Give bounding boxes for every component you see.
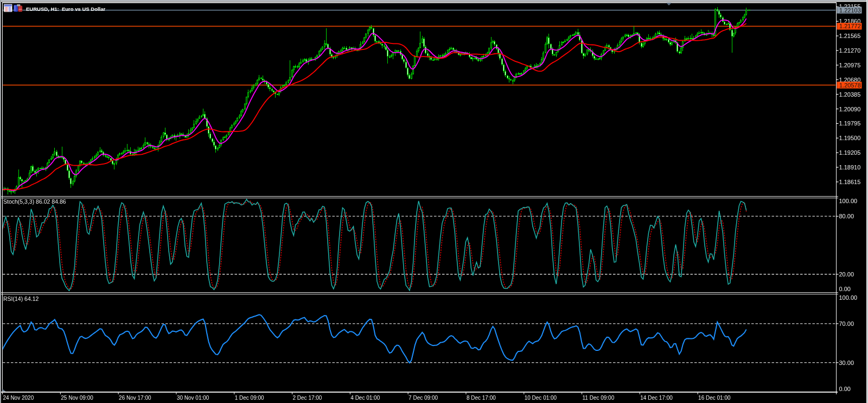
svg-text:1.19795: 1.19795 [839, 120, 861, 127]
svg-text:1.21772: 1.21772 [839, 23, 861, 29]
svg-text:80.00: 80.00 [839, 213, 854, 219]
svg-text:1.20385: 1.20385 [839, 91, 861, 98]
svg-text:4 Dec 01:00: 4 Dec 01:00 [350, 395, 380, 401]
svg-text:7 Dec 09:00: 7 Dec 09:00 [409, 395, 438, 401]
svg-text:70.00: 70.00 [839, 320, 854, 327]
svg-text:0.00: 0.00 [839, 286, 851, 292]
svg-text:1.19500: 1.19500 [839, 135, 861, 141]
svg-text:100.00: 100.00 [839, 294, 858, 301]
svg-text:RSI(14) 64.12: RSI(14) 64.12 [3, 295, 39, 302]
svg-text:1.20975: 1.20975 [839, 62, 861, 68]
svg-text:11 Dec 09:00: 11 Dec 09:00 [583, 395, 615, 401]
svg-text:Stoch(5,3,3) 86.02 84.86: Stoch(5,3,3) 86.02 84.86 [3, 198, 66, 205]
svg-text:1.20090: 1.20090 [839, 106, 861, 112]
svg-text:24 Nov 2020: 24 Nov 2020 [3, 395, 34, 401]
svg-text:1.21270: 1.21270 [839, 47, 861, 54]
svg-text:1.19205: 1.19205 [839, 149, 861, 156]
svg-text:1 Dec 09:00: 1 Dec 09:00 [235, 395, 264, 401]
svg-text:30 Nov 01:00: 30 Nov 01:00 [177, 395, 209, 401]
svg-text:1.22103: 1.22103 [839, 7, 861, 14]
svg-text:1.18615: 1.18615 [839, 179, 861, 185]
svg-text:1.18910: 1.18910 [839, 164, 861, 171]
svg-text:100.00: 100.00 [839, 198, 858, 204]
svg-text:8 Dec 17:00: 8 Dec 17:00 [467, 395, 496, 401]
svg-text:14 Dec 17:00: 14 Dec 17:00 [640, 395, 673, 401]
svg-text:16 Dec 01:00: 16 Dec 01:00 [698, 395, 731, 401]
svg-text:1.21565: 1.21565 [839, 33, 861, 39]
svg-text:EURUSD, H1: Euro vs US Dollar: EURUSD, H1: Euro vs US Dollar [26, 6, 106, 12]
svg-text:0.00: 0.00 [839, 386, 851, 392]
svg-text:1.20578: 1.20578 [839, 82, 861, 89]
svg-text:25 Nov 09:00: 25 Nov 09:00 [61, 395, 93, 401]
svg-text:30.00: 30.00 [839, 360, 854, 366]
svg-text:26 Nov 17:00: 26 Nov 17:00 [119, 395, 151, 401]
svg-text:10 Dec 01:00: 10 Dec 01:00 [525, 395, 557, 401]
svg-text:20.00: 20.00 [839, 271, 854, 278]
svg-text:2 Dec 17:00: 2 Dec 17:00 [293, 395, 322, 401]
